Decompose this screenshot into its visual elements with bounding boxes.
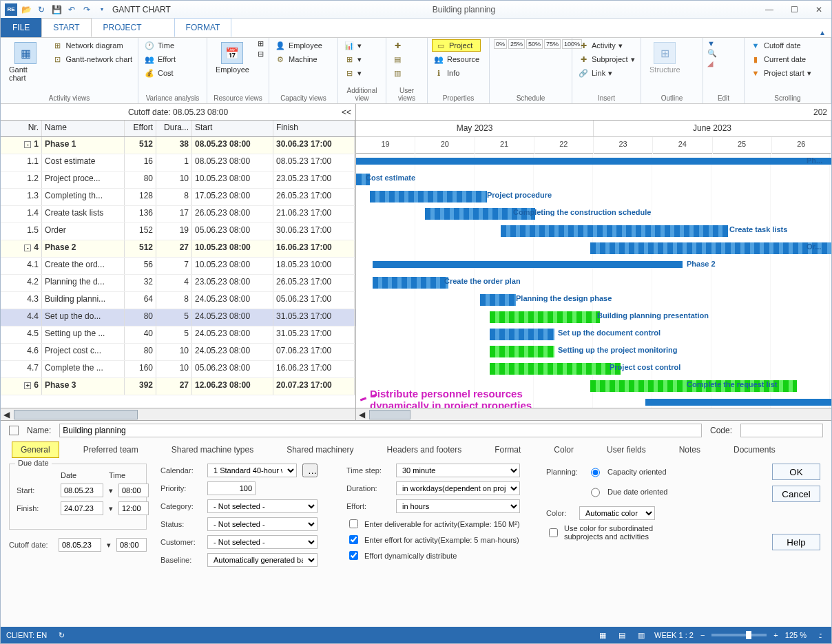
table-row[interactable]: 1.1Cost estimate16108.05.23 08:0008.05.2…	[1, 154, 355, 172]
view-icon2[interactable]: ▤	[616, 629, 628, 641]
uv2-button[interactable]: ▤	[391, 53, 404, 65]
table-row[interactable]: 4.1Create the ord...56710.05.23 08:0018.…	[1, 258, 355, 275]
cancel-button[interactable]: Cancel	[772, 486, 820, 502]
finish-date-input[interactable]	[61, 501, 103, 515]
cutoff-date-input[interactable]	[59, 538, 101, 552]
sync-icon[interactable]: ↻	[55, 629, 67, 641]
zoom-out-button[interactable]: −	[700, 631, 705, 639]
ins-subproject-button[interactable]: ✚Subproject▾	[576, 53, 636, 65]
network-diagram-button[interactable]: ⊞Network diagram	[50, 39, 134, 52]
baseline-select[interactable]: Automatically generated baseli	[207, 553, 318, 567]
redo-icon[interactable]: ↷	[81, 3, 93, 16]
prop-code-input[interactable]	[740, 424, 823, 437]
gantt-network-button[interactable]: ⊡Gantt-network chart	[50, 53, 134, 65]
effort-select[interactable]: in hours	[396, 499, 520, 513]
priority-input[interactable]	[207, 481, 256, 495]
table-row[interactable]: 1.3Completing th...128817.05.23 08:0026.…	[1, 189, 355, 206]
chk-dynamic[interactable]	[349, 551, 358, 560]
gantt-bar[interactable]	[490, 329, 554, 340]
uv3-button[interactable]: ▥	[391, 67, 404, 79]
ptab-color[interactable]: Color	[545, 442, 583, 458]
calendar-more-button[interactable]: …	[302, 464, 318, 477]
qat-dropdown-icon[interactable]: ▾	[96, 3, 108, 16]
time-button[interactable]: 🕐Time	[143, 39, 177, 52]
gantt-bar[interactable]	[490, 363, 621, 375]
search-icon[interactable]: 🔍	[707, 49, 717, 58]
open-icon[interactable]: 📂	[20, 3, 32, 16]
employee-button[interactable]: 📅Employee	[211, 39, 253, 76]
table-row[interactable]: 1.5Order1521905.06.23 08:0030.06.23 17:0…	[1, 223, 355, 240]
timestep-select[interactable]: 30 minute	[396, 464, 520, 477]
gantt-chart[interactable]: Ph...Cost estimateProject procedureCompl…	[356, 154, 831, 408]
pct75-button[interactable]: 75%	[544, 39, 561, 49]
cutoff-time-input[interactable]	[116, 538, 147, 552]
col-dura[interactable]: Dura...	[156, 121, 192, 136]
gantt-bar[interactable]	[480, 294, 516, 306]
view-icon3[interactable]: ▥	[635, 629, 647, 641]
radio-capacity[interactable]	[591, 466, 600, 479]
table-row[interactable]: -4Phase 25122710.05.23 08:0016.06.23 17:…	[1, 240, 355, 258]
finish-time-input[interactable]	[118, 501, 149, 515]
gantt-scrollbar[interactable]: ◀	[356, 408, 831, 420]
gantt-bar[interactable]	[645, 399, 831, 406]
cost-button[interactable]: 💰Cost	[143, 67, 177, 79]
gantt-bar[interactable]	[370, 191, 487, 202]
ok-button[interactable]: OK	[772, 464, 820, 480]
tab-project[interactable]: PROJECT	[92, 18, 154, 37]
gantt-bar[interactable]	[373, 277, 448, 289]
erase-icon[interactable]: ◢	[707, 59, 717, 68]
pct50-button[interactable]: 50%	[526, 39, 543, 49]
status-select[interactable]: - Not selected -	[207, 517, 318, 531]
av-opt3-button[interactable]: ⊟▾	[342, 67, 363, 79]
table-row[interactable]: 4.4Set up the do...80524.05.23 08:0031.0…	[1, 309, 355, 326]
filter-icon[interactable]: ▼	[707, 39, 717, 48]
status-menu-icon[interactable]: .::	[813, 629, 826, 641]
gantt-chart-button[interactable]: ▦Gantt chart	[5, 39, 46, 85]
col-nr[interactable]: Nr.	[1, 121, 42, 136]
col-effort[interactable]: Effort	[125, 121, 156, 136]
save-icon[interactable]: 💾	[50, 3, 63, 16]
chk-usecolor[interactable]	[549, 528, 558, 537]
col-start[interactable]: Start	[192, 121, 273, 136]
gantt-bar[interactable]	[590, 242, 831, 254]
table-row[interactable]: +6Phase 33922712.06.23 08:0020.07.23 17:…	[1, 378, 355, 395]
scroll-projstart-button[interactable]: ▼Project start▾	[749, 67, 813, 79]
table-row[interactable]: 4.7Complete the ...1601005.06.23 08:0016…	[1, 361, 355, 378]
close-button[interactable]: ✕	[807, 1, 831, 18]
table-row[interactable]: 1.4Create task lists1361726.05.23 08:002…	[1, 206, 355, 223]
ptab-docs[interactable]: Documents	[725, 442, 784, 458]
maximize-button[interactable]: ☐	[782, 1, 807, 18]
pct0-button[interactable]: 0%	[494, 39, 507, 49]
gantt-bar[interactable]	[490, 311, 600, 323]
undo-icon[interactable]: ↶	[65, 3, 78, 16]
category-select[interactable]: - Not selected -	[207, 499, 318, 513]
ptab-mach[interactable]: Shared machinery	[278, 442, 362, 458]
rv-icon2[interactable]: ⊟	[258, 50, 264, 59]
resource-props-button[interactable]: 👥Resource	[432, 53, 481, 65]
prop-name-input[interactable]	[59, 424, 702, 437]
view-icon1[interactable]: ▦	[596, 629, 609, 641]
gantt-bar[interactable]	[490, 346, 554, 357]
rv-icon1[interactable]: ⊞	[258, 39, 264, 48]
col-finish[interactable]: Finish	[273, 121, 355, 136]
machine-button[interactable]: ⚙Machine	[273, 53, 324, 65]
structure-button[interactable]: ⊞Structure	[645, 39, 685, 76]
info-button[interactable]: ℹInfo	[432, 67, 481, 79]
tab-start[interactable]: START	[41, 18, 91, 37]
tab-format[interactable]: FORMAT	[174, 18, 232, 37]
calendar-select[interactable]: 1 Standard 40-hour work	[207, 464, 297, 477]
chk-deliverable[interactable]	[349, 519, 358, 528]
ptab-team[interactable]: Preferred team	[74, 442, 147, 458]
refresh-icon[interactable]: ↻	[35, 3, 48, 16]
ptab-uf[interactable]: User fields	[598, 442, 655, 458]
project-props-button[interactable]: ▭Project	[432, 39, 481, 52]
table-row[interactable]: 4.5Setting up the ...40524.05.23 08:0031…	[1, 326, 355, 344]
collapse-ribbon-icon[interactable]: ▴	[820, 28, 824, 37]
ptab-general[interactable]: General	[12, 442, 59, 458]
table-row[interactable]: 4.3Building planni...64824.05.23 08:0005…	[1, 292, 355, 309]
chk-effort[interactable]	[349, 535, 358, 544]
customer-select[interactable]: - Not selected -	[207, 535, 318, 549]
gantt-bar[interactable]	[356, 158, 831, 165]
table-row[interactable]: 4.2Planning the d...32423.05.23 08:0026.…	[1, 275, 355, 292]
ptab-notes[interactable]: Notes	[670, 442, 709, 458]
